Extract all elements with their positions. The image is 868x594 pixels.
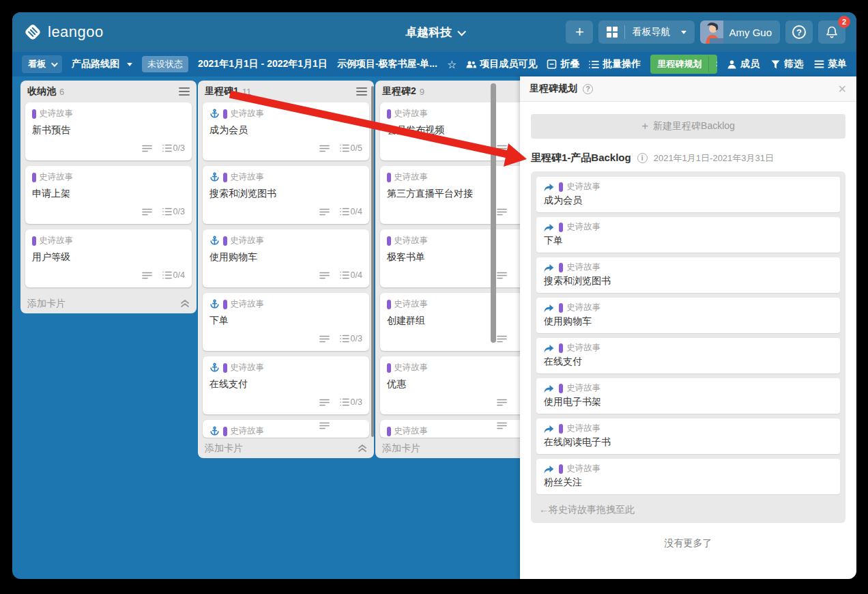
user-menu[interactable]: Amy Guo	[700, 20, 780, 44]
epic-tag-color	[387, 173, 391, 182]
leangoo-logo[interactable]: leangoo	[23, 23, 104, 42]
board-card[interactable]: 史诗故事 下单 0/3	[203, 293, 369, 351]
info-icon[interactable]: i	[637, 153, 648, 163]
card-tag-label: 史诗故事	[39, 171, 73, 183]
epic-tag-color	[559, 182, 563, 192]
epic-tag-color	[387, 300, 391, 309]
backlog-item[interactable]: 史诗故事 下单	[536, 217, 840, 253]
description-icon	[319, 272, 330, 279]
card-title: 极客书单	[387, 251, 540, 264]
card-tag-label: 史诗故事	[39, 108, 73, 119]
board-card[interactable]: 史诗故事	[203, 420, 369, 438]
item-tag-label: 史诗故事	[566, 221, 601, 233]
item-tag-label: 史诗故事	[566, 302, 601, 313]
backlog-item[interactable]: 史诗故事 使用电子书架	[536, 378, 840, 414]
menu-button[interactable]: 菜单	[814, 58, 847, 70]
caret-down-icon	[681, 31, 686, 34]
epic-tag-color	[32, 173, 36, 182]
status-badge[interactable]: 未设状态	[142, 56, 188, 72]
board-card[interactable]: 史诗故事 成为会员 0/5	[203, 102, 369, 160]
column-scrollbar[interactable]	[371, 86, 374, 437]
board-card[interactable]: 史诗故事 搜索和浏览图书 0/4	[203, 166, 369, 224]
add-card-button[interactable]: 添加卡片	[198, 438, 374, 458]
card-tag-label: 史诗故事	[230, 362, 264, 373]
column-menu-icon[interactable]	[356, 85, 367, 98]
members-button[interactable]: 成员	[727, 58, 760, 70]
project-name[interactable]: 示例项目-极客书屋-单...	[337, 58, 437, 70]
item-tag-label: 史诗故事	[566, 342, 601, 354]
description-icon	[497, 422, 507, 429]
backlog-item[interactable]: 史诗故事 搜索和浏览图书	[536, 257, 840, 293]
logo-text: leangoo	[48, 23, 104, 41]
board-card[interactable]: 史诗故事 在线支付 0/3	[203, 356, 369, 414]
backlog-item[interactable]: 史诗故事 在线支付	[536, 338, 840, 373]
bell-icon	[825, 25, 839, 39]
help-button[interactable]: ?	[785, 20, 813, 44]
view-selector[interactable]: 产品路线图	[72, 58, 132, 70]
user-name: Amy Guo	[729, 27, 772, 38]
board-column: 收纳池 6 史诗故事 新书预告 0/3	[20, 81, 197, 313]
backlog-item[interactable]: 史诗故事 在线阅读电子书	[536, 419, 840, 454]
leangoo-logo-icon	[23, 23, 42, 42]
backlog-title: 里程碑1-产品Backlog	[531, 152, 631, 165]
card-title: 第三方直播平台对接	[387, 188, 540, 200]
filter-button[interactable]: 筛选	[770, 58, 803, 70]
date-range: 2021年1月1日 - 2022年1月1日	[198, 58, 328, 70]
share-arrow-icon	[543, 384, 554, 393]
boards-nav-button[interactable]: 看板导航	[598, 20, 695, 44]
card-tag-label: 史诗故事	[230, 171, 264, 183]
epic-tag-color	[223, 363, 227, 373]
help-icon[interactable]: ?	[583, 84, 593, 94]
plus-icon: +	[641, 119, 648, 133]
column-menu-icon[interactable]	[179, 85, 190, 98]
item-title: 使用电子书架	[544, 396, 833, 408]
vertical-scrollbar[interactable]	[491, 83, 496, 343]
epic-tag-color	[559, 424, 563, 434]
anchor-icon	[209, 236, 220, 246]
top-navbar: leangoo 卓越科技 + 看板导航	[12, 12, 856, 52]
backlog-item[interactable]: 史诗故事 粉丝关注	[536, 459, 840, 494]
collapse-column-icon[interactable]	[180, 299, 190, 308]
board-card[interactable]: 史诗故事 使用购物车 0/4	[203, 229, 369, 287]
card-title: 下单	[209, 315, 362, 327]
checklist-icon: 0/3	[340, 334, 362, 343]
members-visible-toggle[interactable]: 项目成员可见	[466, 58, 537, 70]
board-area: 收纳池 6 史诗故事 新书预告 0/3	[12, 76, 856, 579]
card-tag-label: 史诗故事	[39, 235, 73, 246]
notifications-button[interactable]: 2	[818, 20, 845, 44]
description-icon	[142, 272, 152, 279]
add-card-button[interactable]: 添加卡片	[20, 294, 197, 313]
board-switcher-button[interactable]: 看板	[22, 55, 62, 73]
card-title: 搜索和浏览图书	[209, 188, 362, 200]
members-icon	[466, 60, 476, 69]
close-panel-icon[interactable]: ✕	[838, 83, 847, 96]
board-card[interactable]: 史诗故事 申请上架 0/3	[25, 166, 192, 224]
description-icon	[497, 208, 507, 216]
new-backlog-button[interactable]: + 新建里程碑Backlog	[531, 114, 845, 139]
add-button[interactable]: +	[566, 20, 593, 44]
column-count: 6	[59, 87, 64, 97]
checklist-count: 0/4	[351, 207, 362, 216]
board-column: 里程碑1 11 史诗故事 成为会员	[198, 81, 374, 458]
epic-tag-color	[223, 236, 227, 246]
checklist-icon: 0/4	[340, 270, 362, 280]
board-card[interactable]: 史诗故事 新书预告 0/3	[25, 102, 192, 160]
card-tag-label: 史诗故事	[394, 298, 428, 310]
close-milestone-badge-icon[interactable]: ✕	[708, 56, 717, 72]
backlog-item[interactable]: 史诗故事 成为会员	[536, 177, 840, 212]
column-title: 收纳池	[27, 85, 56, 98]
collapse-column-icon[interactable]	[358, 444, 367, 453]
description-icon	[497, 335, 507, 343]
board-card[interactable]: 史诗故事 用户等级 0/4	[25, 229, 192, 287]
new-backlog-label: 新建里程碑Backlog	[653, 120, 735, 132]
description-icon	[142, 208, 152, 216]
batch-ops-button[interactable]: 批量操作	[589, 58, 641, 70]
share-arrow-icon	[543, 223, 554, 232]
backlog-item[interactable]: 史诗故事 使用购物车	[536, 298, 840, 333]
share-arrow-icon	[543, 263, 554, 272]
collapse-toggle[interactable]: 折叠	[547, 58, 579, 70]
card-tag-label: 史诗故事	[230, 108, 264, 119]
milestone-plan-badge[interactable]: 里程碑规划 ✕	[650, 55, 717, 74]
star-icon[interactable]: ☆	[447, 58, 457, 71]
card-tag-label: 史诗故事	[394, 108, 428, 119]
